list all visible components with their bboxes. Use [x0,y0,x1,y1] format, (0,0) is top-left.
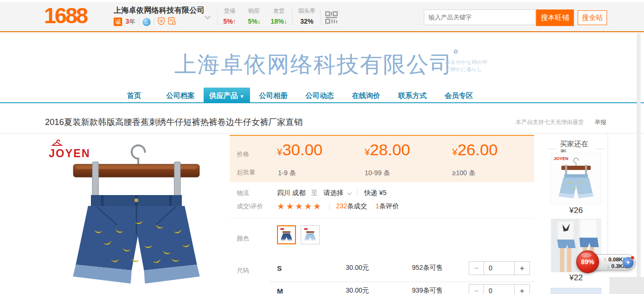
related-item-1-image[interactable]: JOYEN [551,152,601,205]
star-rating-icon: ★★★★★ [277,202,322,211]
color-label: 颜色 [237,234,249,243]
wangwang-icon[interactable] [143,18,151,26]
price-tier-2: ¥28.00 [365,141,410,159]
size-label: 尺码 [237,267,249,275]
express-fee: 快递 ¥5 [364,189,386,197]
ship-to-label: 至 [311,189,318,197]
minus-button[interactable]: − [469,285,484,294]
destination-select[interactable]: 请选择 [323,189,350,197]
up-arrow-icon: ↑ [604,257,607,262]
quantity-stepper: − + [469,284,530,294]
shop-nav: 首页 公司档案 供应产品▼ 公司相册 公司动态 在线询价 联系方式 会员专区 [0,88,644,103]
page: 1688 上海卓依网络科技有限公司 诚 3年 保 货描 5%↑ [0,0,644,294]
integrity-badge-icon: 诚 [114,18,122,26]
rating-label: 成交\评价 [230,202,277,211]
chevron-down-icon [347,190,352,195]
nav-products[interactable]: 供应产品▼ [204,88,250,103]
nav-member-zone[interactable]: 会员专区 [436,88,482,103]
quantity-input[interactable] [484,285,514,294]
stat-shipping: 发货 18%↓ [267,7,291,25]
color-swatches [277,225,320,244]
nav-contact[interactable]: 联系方式 [389,88,436,103]
divider [270,282,534,282]
nav-home[interactable]: 首页 [111,88,157,103]
color-swatch-dark[interactable] [277,225,296,244]
divider [0,133,644,134]
size-row-s: S 30.00元 952条可售 − + [277,261,534,275]
nav-inquiry[interactable]: 在线询价 [343,88,389,103]
brand-logo: JOYEN [49,139,90,160]
hanger-icon [49,139,65,146]
size-price: 30.00元 [346,264,412,272]
svg-text:保: 保 [159,19,163,23]
banner-subtitle: ゆるやかな時の中 で静かに暮らし [445,59,488,73]
quantity-stepper: − + [469,261,530,275]
ship-from: 四川 成都 [277,189,305,197]
moq-tier-1: 1-9 条 [278,169,296,178]
divider [329,203,330,210]
nav-company-news[interactable]: 公司动态 [296,88,343,103]
plus-button[interactable]: + [514,262,529,275]
size-stock: 939条可售 [412,286,469,294]
search-bar: 搜本旺铺 搜全站 [424,9,607,26]
price-panel: 价格 ¥30.00 ¥28.00 ¥26.00 起批量 1-9 条 10-99 … [230,135,534,182]
related-item-2-price[interactable]: ¥22 [545,273,608,283]
corner-panel [609,277,644,294]
banner-company-title: 上海卓依网络科技有限公司° [174,47,460,80]
moq-tier-3: ≥100 条 [452,169,475,178]
nav-company-profile[interactable]: 公司档案 [157,88,204,103]
svg-text:JOYEN: JOYEN [554,156,569,161]
main-product-image[interactable]: JOYEN [45,135,228,294]
deals-link[interactable]: 232条成交 [336,202,367,211]
search-site-button[interactable]: 搜全站 [578,10,607,25]
progress-badge[interactable]: 89% [576,250,599,273]
price-tier-1: ¥30.00 [277,141,322,159]
contract-icon [168,17,176,27]
company-block: 上海卓依网络科技有限公司 诚 3年 保 [114,6,205,26]
moq-label: 起批量 [237,168,255,177]
member-years: 3年 [125,18,135,26]
price-tier-3: ¥26.00 [452,141,498,159]
related-item-3-image[interactable] [551,288,601,294]
divider [292,9,293,25]
chevron-down-icon[interactable] [205,13,211,19]
report-link[interactable]: 举报 [595,118,606,126]
size-name: M [277,287,346,294]
divider [320,9,321,25]
company-name[interactable]: 上海卓依网络科技有限公司 [114,6,205,15]
minus-button[interactable]: − [469,262,484,275]
return-policy-text: 本产品支持七天无理由退货 [516,118,584,126]
stat-return-rate: 回头率 32% [294,7,320,25]
size-price: 30.00元 [346,286,412,294]
search-input[interactable] [424,9,536,25]
size-name: S [277,264,346,272]
moq-tier-2: 10-99 条 [365,169,390,178]
logistics-label: 物流 [230,189,277,197]
divider [139,18,139,25]
search-shop-button[interactable]: 搜本旺铺 [536,9,574,26]
add-button[interactable]: + [623,257,634,268]
page-scrollbar[interactable] [637,33,641,294]
offer-panel: 价格 ¥30.00 ¥28.00 ¥26.00 起批量 1-9 条 10-99 … [230,135,534,294]
reviews-link[interactable]: 1条评价 [376,202,399,211]
related-item-1-price[interactable]: ¥26 [545,206,608,215]
quantity-input[interactable] [484,262,514,275]
divider [357,190,358,196]
guarantee-shield-icon: 保 [158,17,165,27]
size-row-m: M 30.00元 939条可售 − + [277,284,534,294]
shop-banner: 上海卓依网络科技有限公司° ゆるやかな時の中 で静かに暮らし [0,33,644,88]
price-label: 价格 [237,150,249,159]
nav-company-album[interactable]: 公司相册 [250,88,296,103]
divider [608,134,608,265]
caret-down-icon: ▼ [240,94,244,99]
plus-button[interactable]: + [514,285,529,294]
product-title: 2016夏装新款韩版高腰香蕉刺绣牛仔短裤热裤卷边牛仔女裤厂家直销 [45,116,303,128]
divider [230,218,534,219]
site-logo[interactable]: 1688 [44,3,87,28]
plus-icon: + [626,258,630,266]
qr-code-icon[interactable] [324,10,339,27]
notification-dot [630,256,635,260]
color-swatch-light[interactable] [301,225,320,244]
divider [154,18,154,25]
down-arrow-icon: ↓ [607,263,610,269]
